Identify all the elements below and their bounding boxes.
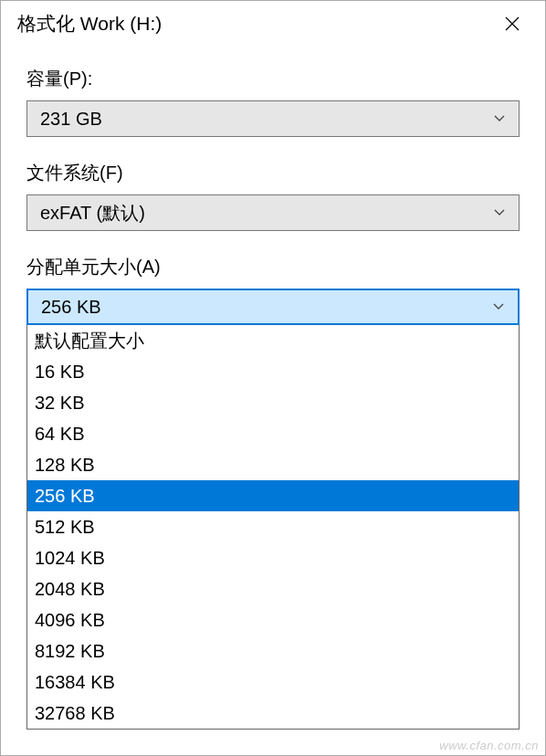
close-button[interactable] [492,7,532,40]
allocation-unit-dropdown[interactable]: 默认配置大小16 KB32 KB64 KB128 KB256 KB512 KB1… [26,324,520,730]
titlebar: 格式化 Work (H:) [1,1,545,47]
allocation-unit-option[interactable]: 64 KB [27,418,519,449]
allocation-unit-option[interactable]: 1024 KB [27,542,519,573]
allocation-unit-option[interactable]: 16 KB [27,356,519,387]
window-title: 格式化 Work (H:) [17,11,162,37]
chevron-down-icon [493,209,506,216]
capacity-combobox[interactable]: 231 GB [26,100,520,137]
allocation-unit-option[interactable]: 512 KB [27,511,519,542]
allocation-unit-option[interactable]: 128 KB [27,449,519,480]
capacity-label: 容量(P): [26,67,520,91]
filesystem-label: 文件系统(F) [26,161,520,185]
allocation-unit-option[interactable]: 16384 KB [27,667,519,698]
allocation-unit-option[interactable]: 4096 KB [27,604,519,635]
allocation-unit-option[interactable]: 256 KB [27,480,519,511]
allocation-unit-option[interactable]: 8192 KB [27,635,519,667]
allocation-unit-value: 256 KB [41,297,492,318]
capacity-field: 容量(P): 231 GB [26,67,520,137]
filesystem-field: 文件系统(F) exFAT (默认) [26,161,520,231]
filesystem-combobox[interactable]: exFAT (默认) [26,194,520,231]
allocation-unit-option[interactable]: 2048 KB [27,573,519,604]
capacity-value: 231 GB [40,109,493,130]
format-dialog: 格式化 Work (H:) 容量(P): 231 GB 文件系统(F) exFA… [0,0,546,756]
allocation-unit-combobox[interactable]: 256 KB [26,289,520,325]
allocation-unit-option[interactable]: 32768 KB [27,698,519,729]
allocation-unit-option[interactable]: 默认配置大小 [27,325,519,356]
close-icon [505,16,520,31]
dialog-content: 容量(P): 231 GB 文件系统(F) exFAT (默认) 分配单元大小(… [1,47,545,755]
filesystem-value: exFAT (默认) [40,201,493,226]
chevron-down-icon [493,115,506,122]
chevron-down-icon [492,303,505,310]
allocation-unit-option[interactable]: 32 KB [27,387,519,418]
allocation-unit-field: 分配单元大小(A) 256 KB 默认配置大小16 KB32 KB64 KB12… [26,255,520,730]
allocation-unit-label: 分配单元大小(A) [26,255,520,279]
